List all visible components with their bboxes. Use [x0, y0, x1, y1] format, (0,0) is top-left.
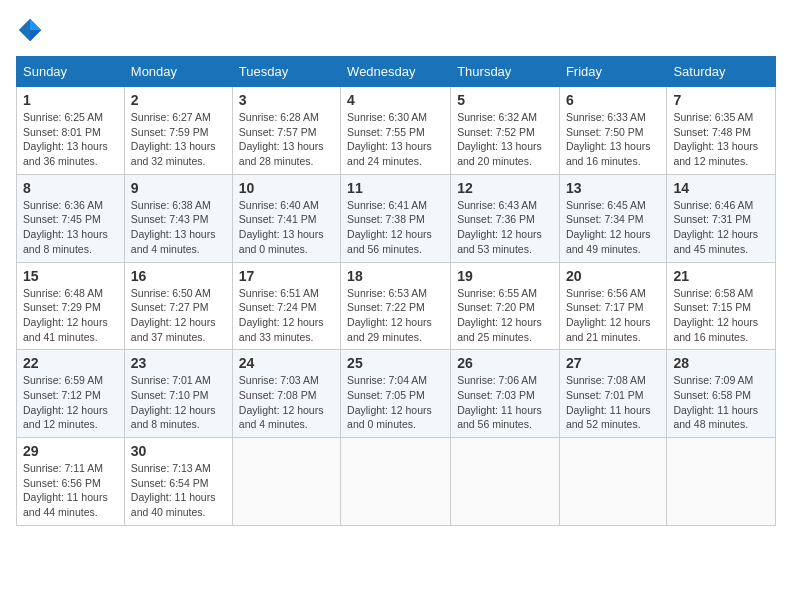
- day-cell: [559, 438, 667, 526]
- day-number: 13: [566, 180, 661, 196]
- weekday-header-saturday: Saturday: [667, 57, 776, 87]
- day-cell: [341, 438, 451, 526]
- day-number: 16: [131, 268, 226, 284]
- day-number: 18: [347, 268, 444, 284]
- day-number: 22: [23, 355, 118, 371]
- day-cell: 14 Sunrise: 6:46 AMSunset: 7:31 PMDaylig…: [667, 174, 776, 262]
- day-info: Sunrise: 6:56 AMSunset: 7:17 PMDaylight:…: [566, 287, 651, 343]
- week-row-5: 29 Sunrise: 7:11 AMSunset: 6:56 PMDaylig…: [17, 438, 776, 526]
- day-number: 28: [673, 355, 769, 371]
- weekday-header-wednesday: Wednesday: [341, 57, 451, 87]
- logo: [16, 16, 48, 44]
- weekday-header-friday: Friday: [559, 57, 667, 87]
- day-info: Sunrise: 7:08 AMSunset: 7:01 PMDaylight:…: [566, 374, 651, 430]
- day-info: Sunrise: 6:41 AMSunset: 7:38 PMDaylight:…: [347, 199, 432, 255]
- day-number: 25: [347, 355, 444, 371]
- day-number: 11: [347, 180, 444, 196]
- svg-marker-1: [30, 19, 41, 30]
- day-number: 21: [673, 268, 769, 284]
- day-info: Sunrise: 6:27 AMSunset: 7:59 PMDaylight:…: [131, 111, 216, 167]
- day-info: Sunrise: 7:03 AMSunset: 7:08 PMDaylight:…: [239, 374, 324, 430]
- day-number: 19: [457, 268, 553, 284]
- day-cell: 1 Sunrise: 6:25 AMSunset: 8:01 PMDayligh…: [17, 87, 125, 175]
- svg-marker-2: [30, 30, 41, 41]
- day-cell: 4 Sunrise: 6:30 AMSunset: 7:55 PMDayligh…: [341, 87, 451, 175]
- day-cell: 26 Sunrise: 7:06 AMSunset: 7:03 PMDaylig…: [451, 350, 560, 438]
- day-cell: 25 Sunrise: 7:04 AMSunset: 7:05 PMDaylig…: [341, 350, 451, 438]
- day-info: Sunrise: 6:28 AMSunset: 7:57 PMDaylight:…: [239, 111, 324, 167]
- day-cell: 18 Sunrise: 6:53 AMSunset: 7:22 PMDaylig…: [341, 262, 451, 350]
- day-number: 7: [673, 92, 769, 108]
- day-info: Sunrise: 6:43 AMSunset: 7:36 PMDaylight:…: [457, 199, 542, 255]
- day-info: Sunrise: 7:01 AMSunset: 7:10 PMDaylight:…: [131, 374, 216, 430]
- day-number: 2: [131, 92, 226, 108]
- day-info: Sunrise: 6:33 AMSunset: 7:50 PMDaylight:…: [566, 111, 651, 167]
- day-cell: 17 Sunrise: 6:51 AMSunset: 7:24 PMDaylig…: [232, 262, 340, 350]
- day-number: 6: [566, 92, 661, 108]
- day-number: 20: [566, 268, 661, 284]
- day-info: Sunrise: 6:35 AMSunset: 7:48 PMDaylight:…: [673, 111, 758, 167]
- weekday-header-row: SundayMondayTuesdayWednesdayThursdayFrid…: [17, 57, 776, 87]
- day-cell: 11 Sunrise: 6:41 AMSunset: 7:38 PMDaylig…: [341, 174, 451, 262]
- day-cell: 6 Sunrise: 6:33 AMSunset: 7:50 PMDayligh…: [559, 87, 667, 175]
- day-cell: 16 Sunrise: 6:50 AMSunset: 7:27 PMDaylig…: [124, 262, 232, 350]
- weekday-header-sunday: Sunday: [17, 57, 125, 87]
- day-info: Sunrise: 6:30 AMSunset: 7:55 PMDaylight:…: [347, 111, 432, 167]
- day-info: Sunrise: 6:50 AMSunset: 7:27 PMDaylight:…: [131, 287, 216, 343]
- weekday-header-monday: Monday: [124, 57, 232, 87]
- day-cell: 19 Sunrise: 6:55 AMSunset: 7:20 PMDaylig…: [451, 262, 560, 350]
- day-number: 9: [131, 180, 226, 196]
- day-cell: 20 Sunrise: 6:56 AMSunset: 7:17 PMDaylig…: [559, 262, 667, 350]
- day-info: Sunrise: 6:32 AMSunset: 7:52 PMDaylight:…: [457, 111, 542, 167]
- day-cell: 9 Sunrise: 6:38 AMSunset: 7:43 PMDayligh…: [124, 174, 232, 262]
- day-info: Sunrise: 6:51 AMSunset: 7:24 PMDaylight:…: [239, 287, 324, 343]
- day-cell: 22 Sunrise: 6:59 AMSunset: 7:12 PMDaylig…: [17, 350, 125, 438]
- day-number: 12: [457, 180, 553, 196]
- day-info: Sunrise: 7:13 AMSunset: 6:54 PMDaylight:…: [131, 462, 216, 518]
- day-cell: [667, 438, 776, 526]
- day-cell: 23 Sunrise: 7:01 AMSunset: 7:10 PMDaylig…: [124, 350, 232, 438]
- day-info: Sunrise: 6:59 AMSunset: 7:12 PMDaylight:…: [23, 374, 108, 430]
- day-cell: 28 Sunrise: 7:09 AMSunset: 6:58 PMDaylig…: [667, 350, 776, 438]
- day-cell: 5 Sunrise: 6:32 AMSunset: 7:52 PMDayligh…: [451, 87, 560, 175]
- day-info: Sunrise: 6:58 AMSunset: 7:15 PMDaylight:…: [673, 287, 758, 343]
- day-cell: 2 Sunrise: 6:27 AMSunset: 7:59 PMDayligh…: [124, 87, 232, 175]
- logo-icon: [16, 16, 44, 44]
- day-number: 5: [457, 92, 553, 108]
- day-number: 26: [457, 355, 553, 371]
- day-number: 17: [239, 268, 334, 284]
- day-info: Sunrise: 7:09 AMSunset: 6:58 PMDaylight:…: [673, 374, 758, 430]
- day-cell: 7 Sunrise: 6:35 AMSunset: 7:48 PMDayligh…: [667, 87, 776, 175]
- day-info: Sunrise: 6:45 AMSunset: 7:34 PMDaylight:…: [566, 199, 651, 255]
- week-row-3: 15 Sunrise: 6:48 AMSunset: 7:29 PMDaylig…: [17, 262, 776, 350]
- day-cell: [451, 438, 560, 526]
- day-info: Sunrise: 7:11 AMSunset: 6:56 PMDaylight:…: [23, 462, 108, 518]
- day-cell: 13 Sunrise: 6:45 AMSunset: 7:34 PMDaylig…: [559, 174, 667, 262]
- day-cell: 10 Sunrise: 6:40 AMSunset: 7:41 PMDaylig…: [232, 174, 340, 262]
- page-header: [16, 16, 776, 44]
- day-cell: 24 Sunrise: 7:03 AMSunset: 7:08 PMDaylig…: [232, 350, 340, 438]
- day-number: 27: [566, 355, 661, 371]
- day-cell: 29 Sunrise: 7:11 AMSunset: 6:56 PMDaylig…: [17, 438, 125, 526]
- day-number: 4: [347, 92, 444, 108]
- day-cell: [232, 438, 340, 526]
- day-number: 1: [23, 92, 118, 108]
- day-number: 14: [673, 180, 769, 196]
- day-info: Sunrise: 6:46 AMSunset: 7:31 PMDaylight:…: [673, 199, 758, 255]
- day-number: 8: [23, 180, 118, 196]
- day-cell: 27 Sunrise: 7:08 AMSunset: 7:01 PMDaylig…: [559, 350, 667, 438]
- day-cell: 30 Sunrise: 7:13 AMSunset: 6:54 PMDaylig…: [124, 438, 232, 526]
- day-info: Sunrise: 6:40 AMSunset: 7:41 PMDaylight:…: [239, 199, 324, 255]
- day-info: Sunrise: 6:36 AMSunset: 7:45 PMDaylight:…: [23, 199, 108, 255]
- day-info: Sunrise: 6:53 AMSunset: 7:22 PMDaylight:…: [347, 287, 432, 343]
- day-info: Sunrise: 6:38 AMSunset: 7:43 PMDaylight:…: [131, 199, 216, 255]
- day-cell: 15 Sunrise: 6:48 AMSunset: 7:29 PMDaylig…: [17, 262, 125, 350]
- day-info: Sunrise: 7:04 AMSunset: 7:05 PMDaylight:…: [347, 374, 432, 430]
- day-info: Sunrise: 6:48 AMSunset: 7:29 PMDaylight:…: [23, 287, 108, 343]
- day-number: 29: [23, 443, 118, 459]
- week-row-1: 1 Sunrise: 6:25 AMSunset: 8:01 PMDayligh…: [17, 87, 776, 175]
- day-info: Sunrise: 7:06 AMSunset: 7:03 PMDaylight:…: [457, 374, 542, 430]
- day-cell: 8 Sunrise: 6:36 AMSunset: 7:45 PMDayligh…: [17, 174, 125, 262]
- week-row-4: 22 Sunrise: 6:59 AMSunset: 7:12 PMDaylig…: [17, 350, 776, 438]
- day-number: 30: [131, 443, 226, 459]
